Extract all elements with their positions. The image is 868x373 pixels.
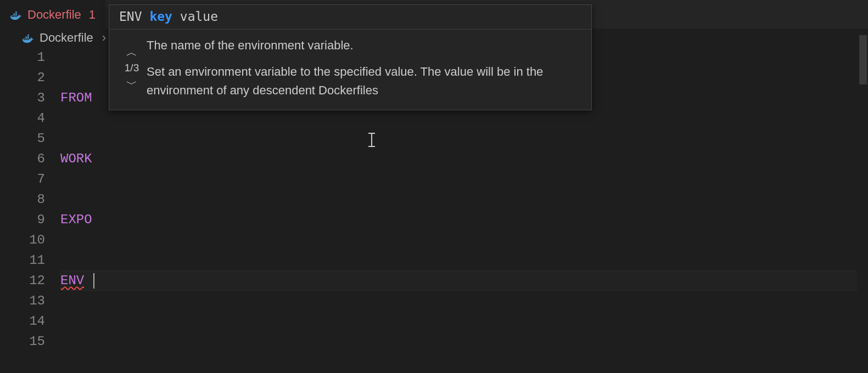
code-line[interactable]: EXPO <box>60 210 868 230</box>
line-number: 7 <box>0 169 45 189</box>
line-number-gutter: 1 2 3 4 5 6 7 8 9 10 11 12 13 14 15 <box>0 47 60 373</box>
code-line[interactable] <box>60 331 868 352</box>
breadcrumb-file[interactable]: Dockerfile <box>40 31 93 45</box>
line-number: 6 <box>0 149 45 169</box>
mouse-ibeam-cursor <box>368 132 376 148</box>
text-cursor <box>93 273 94 289</box>
signature-prefix: ENV <box>119 9 142 24</box>
signature-counter: 1/3 <box>125 60 139 76</box>
keyword-env-error: ENV <box>60 270 84 291</box>
line-number: 11 <box>0 250 45 270</box>
signature-next-button[interactable]: ﹀ <box>123 77 141 91</box>
keyword-from: FROM <box>60 88 92 108</box>
keyword-workdir: WORK <box>60 149 92 169</box>
line-number: 12 <box>0 270 45 291</box>
line-number: 3 <box>0 88 45 108</box>
line-number: 14 <box>0 311 45 331</box>
signature-header: ENV key value <box>109 5 591 30</box>
keyword-expose: EXPO <box>60 210 92 230</box>
signature-active-param: key <box>149 9 172 24</box>
line-number: 5 <box>0 128 45 149</box>
signature-prev-button[interactable]: ︿ <box>123 46 141 59</box>
signature-param-doc: The name of the environment variable. <box>147 36 581 55</box>
signature-help-popup: ENV key value ︿ 1/3 ﹀ The name of the en… <box>109 4 592 110</box>
tab-problems-count: 1 <box>89 8 96 22</box>
scrollbar-thumb[interactable] <box>859 35 867 84</box>
line-number: 2 <box>0 67 45 88</box>
line-number: 4 <box>0 108 45 128</box>
tab-label: Dockerfile <box>27 8 81 22</box>
line-number: 8 <box>0 189 45 210</box>
line-number: 15 <box>0 331 45 352</box>
signature-rest: value <box>180 9 218 24</box>
line-number: 13 <box>0 291 45 311</box>
whitespace <box>84 270 92 291</box>
signature-nav: ︿ 1/3 ﹀ <box>117 36 147 100</box>
code-line[interactable]: WORK <box>60 149 868 169</box>
code-line-current[interactable]: ENV <box>60 270 868 291</box>
docker-icon <box>22 33 34 43</box>
signature-documentation: The name of the environment variable. Se… <box>147 36 581 100</box>
line-number: 9 <box>0 210 45 230</box>
line-number: 1 <box>0 47 45 67</box>
vertical-scrollbar[interactable] <box>857 29 868 373</box>
signature-description: Set an environment variable to the speci… <box>147 63 581 100</box>
line-number: 10 <box>0 230 45 250</box>
chevron-right-icon: › <box>102 31 106 45</box>
docker-icon <box>10 10 22 20</box>
tab-dockerfile[interactable]: Dockerfile 1 <box>0 0 105 29</box>
